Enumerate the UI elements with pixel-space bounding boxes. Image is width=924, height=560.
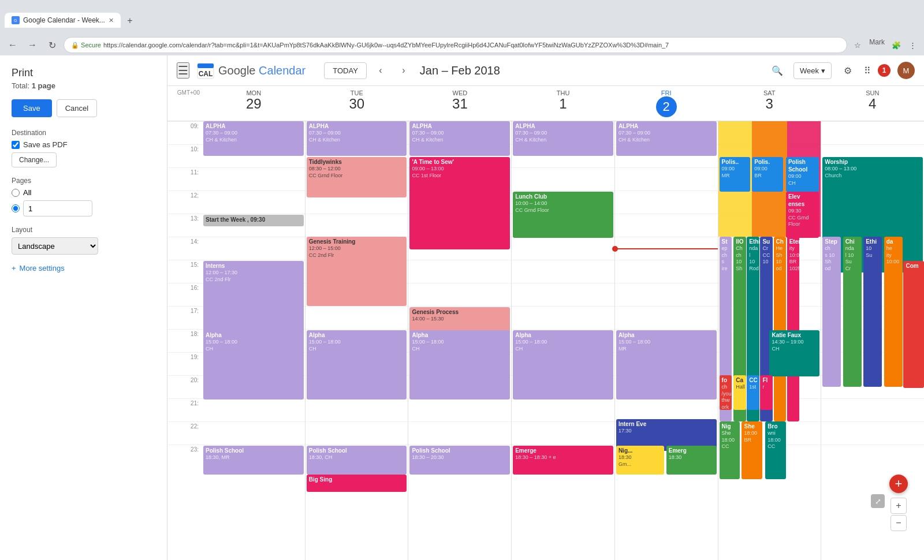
reload-btn[interactable]: ↻ (44, 37, 60, 53)
today-btn[interactable]: TODAY (324, 62, 367, 79)
forward-btn[interactable]: → (24, 37, 40, 53)
menu-btn[interactable]: ⋮ (906, 38, 919, 52)
zoom-out-btn[interactable]: − (891, 515, 907, 531)
prev-week-btn[interactable]: ‹ (371, 61, 390, 80)
event-wed-time-to-sew[interactable]: 'A Time to Sew' 09:00 – 13:00 CC 1st Flo… (409, 157, 510, 249)
event-sat-bro[interactable]: Bro wni 18:00 CC (765, 421, 786, 479)
bookmark-btn[interactable]: ☆ (851, 38, 865, 52)
event-wed-alpha-eve[interactable]: Alpha 15:00 – 18:00 CH (409, 330, 510, 400)
event-sat-polish1[interactable]: Polis.. 09:00 MR (720, 157, 750, 192)
fab-button[interactable]: + (889, 475, 908, 493)
event-sat-polish2[interactable]: Polis. 09:00 BR (752, 157, 783, 192)
event-sat-polish3[interactable]: Polish School 09:00 CH (786, 157, 819, 192)
event-sun-ethi[interactable]: Ethi 10 Su (863, 237, 882, 387)
event-sat-multi5[interactable]: Ch He Sh 10 od (774, 237, 786, 421)
event-sat-katie-faux[interactable]: Katie Faux 14:30 – 19:00 CH (769, 330, 819, 376)
event-fri-emerge2[interactable]: Emerg 18:30 (666, 446, 717, 475)
save-as-pdf-label[interactable]: Save as PDF (12, 140, 155, 149)
notification-badge[interactable]: 1 (878, 64, 891, 77)
event-thu-alpha[interactable]: ALPHA 07:30 – 09:00 CH & Kitchen (513, 121, 613, 156)
change-button[interactable]: Change... (12, 152, 57, 167)
event-wed-alpha[interactable]: ALPHA 07:30 – 09:00 CH & Kitchen (409, 121, 510, 156)
new-tab-btn[interactable]: + (123, 14, 137, 28)
apps-icon[interactable]: ⠿ (864, 65, 871, 76)
user-label: Mark (869, 38, 885, 52)
fab-area: + + − (889, 475, 908, 531)
layout-select[interactable]: Landscape Portrait (12, 237, 98, 255)
main-area: Print Total: 1 page Save Cancel Destinat… (0, 55, 924, 560)
cal-header-right: 🔍 Week ▾ ⚙ ⠿ 1 M (768, 61, 915, 80)
event-tue-big-sing[interactable]: Big Sing (307, 475, 407, 492)
extensions-btn[interactable]: 🧩 (889, 38, 903, 52)
event-tue-alpha-eve[interactable]: Alpha 15:00 – 18:00 CH (307, 330, 407, 400)
cal-header: ☰ CAL Google Calendar TODAY ‹ › Jan – Fe… (167, 55, 924, 86)
event-tue-tiddlywinks[interactable]: Tiddlywinks 08:30 – 12:00 CC Grnd Floor (307, 157, 407, 197)
event-tue-alpha[interactable]: ALPHA 07:30 – 09:00 CH & Kitchen (307, 121, 407, 156)
event-fri-alpha-eve[interactable]: Alpha 15:00 – 18:00 MR (616, 330, 717, 400)
event-tue-genesis-training[interactable]: Genesis Training 12:00 – 15:00 CC 2nd Fl… (307, 237, 407, 306)
event-mon-polish[interactable]: Polish School 18:30, MR (203, 446, 304, 475)
view-select[interactable]: Week ▾ (793, 62, 832, 79)
event-thu-lunch-club[interactable]: Lunch Club 10:00 – 14:00 CC Grnd Floor (513, 192, 613, 238)
event-sat-ca[interactable]: Ca Hall (733, 375, 746, 410)
layout-label: Layout (12, 226, 155, 234)
event-sun-da[interactable]: da he ity 10:00 (884, 237, 903, 387)
event-sat-she[interactable]: She 18:00 BR (742, 421, 762, 479)
event-sun-com[interactable]: Com (903, 261, 924, 388)
chevron-down-icon: ▾ (821, 66, 825, 75)
day-headers: GMT+00 MON 29 TUE 30 WED 31 THU 1 FRI 2 (167, 86, 924, 121)
address-bar-row: ← → ↻ 🔒 Secure https://calendar.google.c… (0, 35, 924, 55)
zoom-controls: + − (891, 498, 907, 531)
event-sat-elevenses[interactable]: Elev enses 09:30 CC Grnd Floor (786, 192, 819, 238)
toolbar-icons: ☆ Mark 🧩 ⋮ (851, 38, 919, 52)
secure-icon: 🔒 Secure (71, 42, 101, 49)
search-btn[interactable]: 🔍 (768, 61, 787, 80)
page-num-radio[interactable] (12, 204, 20, 212)
event-thu-alpha-eve[interactable]: Alpha 15:00 – 18:00 CH (513, 330, 613, 400)
event-sat-multi6[interactable]: Etern ity 10:00 BR 102h (787, 237, 799, 421)
event-mon-alpha[interactable]: ALPHA 07:30 – 09:00 CH & Kitchen (203, 121, 304, 156)
page-num-radio-label[interactable] (12, 200, 155, 216)
save-button[interactable]: Save (12, 99, 52, 117)
tab-close-btn[interactable]: ✕ (109, 17, 114, 24)
back-btn[interactable]: ← (5, 37, 21, 53)
calendar-area: ☰ CAL Google Calendar TODAY ‹ › Jan – Fe… (167, 55, 924, 560)
event-mon-start-week[interactable]: Start the Week , 09:30 (203, 215, 304, 226)
active-tab[interactable]: G Google Calendar - Week... ✕ (5, 13, 121, 28)
event-sat-fo[interactable]: fo ch /you thw ork 10:00 Stag epa s (720, 375, 732, 410)
settings-btn[interactable]: ⚙ (839, 61, 857, 80)
event-fri-alpha[interactable]: ALPHA 07:30 – 09:00 CH & Kitchen (616, 121, 717, 156)
menu-hamburger-btn[interactable]: ☰ (177, 62, 189, 79)
user-avatar[interactable]: M (897, 62, 915, 79)
event-sat-fl[interactable]: Fl r (760, 375, 772, 410)
event-sat-nig[interactable]: Nig She 18:00 CC (720, 421, 740, 479)
destination-label: Destination (12, 129, 155, 137)
day-header-sun: SUN 4 (821, 86, 924, 121)
zoom-in-btn[interactable]: + (891, 498, 907, 514)
next-week-btn[interactable]: › (394, 61, 413, 80)
tab-favicon: G (12, 16, 20, 24)
expand-icon[interactable]: ⤢ (871, 494, 885, 508)
day-col-tue: ALPHA 07:30 – 09:00 CH & Kitchen Tiddlyw… (305, 121, 408, 560)
cancel-button[interactable]: Cancel (57, 99, 97, 117)
calendar-logo-svg: CAL (196, 61, 215, 80)
current-time-line (615, 248, 718, 252)
pages-label: Pages (12, 177, 155, 185)
event-mon-alpha-eve[interactable]: Alpha 15:00 – 18:00 CH (203, 330, 304, 400)
more-settings-btn[interactable]: + More settings (12, 264, 155, 272)
save-as-pdf-checkbox[interactable] (12, 141, 20, 149)
event-fri-night-she[interactable]: Nig... 18:30 Gm... (616, 446, 664, 475)
page-number-input[interactable] (23, 200, 92, 216)
event-sun-step[interactable]: Step ch s 10 Sh od (822, 237, 841, 387)
address-bar[interactable]: 🔒 Secure https://calendar.google.com/cal… (64, 37, 847, 53)
event-thu-emergency[interactable]: Emerge 18:30 – 18:30 + e (513, 446, 613, 475)
day-col-mon: ALPHA 07:30 – 09:00 CH & Kitchen Start t… (202, 121, 305, 560)
event-wed-polish[interactable]: Polish School 18:30 – 20:30 (409, 446, 510, 475)
all-pages-radio-label[interactable]: All (12, 188, 155, 197)
all-pages-radio[interactable] (12, 189, 20, 197)
event-sun-chi[interactable]: Chi nda l 10 Su Cr (843, 237, 862, 387)
current-time-dot (612, 246, 618, 252)
day-header-fri: FRI 2 (614, 86, 718, 121)
event-sat-cc[interactable]: CC 1st (747, 375, 759, 410)
event-tue-polish[interactable]: Polish School 18:30, CH (307, 446, 407, 475)
